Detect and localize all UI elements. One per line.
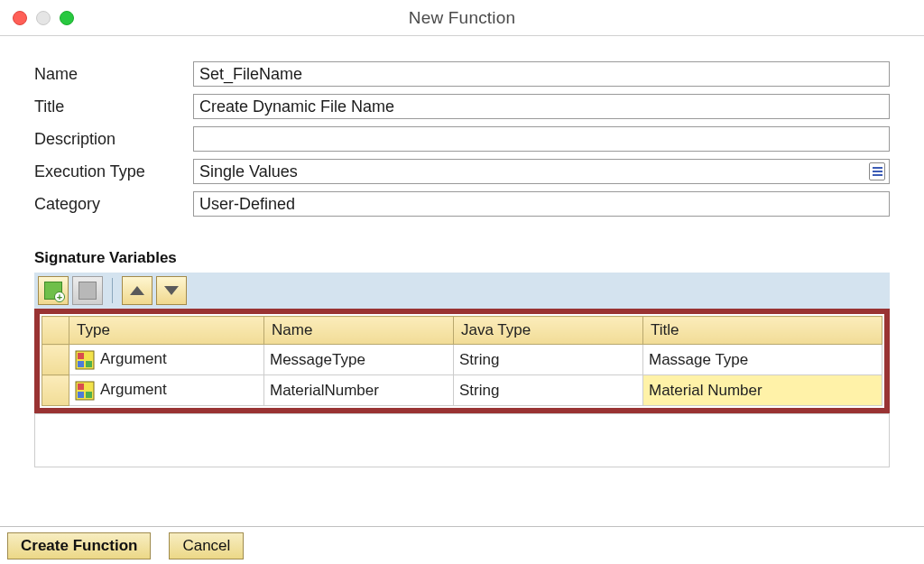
cancel-button[interactable]: Cancel xyxy=(169,532,244,559)
execution-type-field[interactable] xyxy=(194,160,889,183)
table-row[interactable]: ArgumentMessageTypeStringMassage Type xyxy=(42,345,882,375)
category-label: Category xyxy=(34,195,193,214)
form-area: Name Title Description Execution Type Ca… xyxy=(0,36,924,233)
row-handle[interactable] xyxy=(42,375,69,406)
move-up-button[interactable] xyxy=(122,276,152,305)
table-row[interactable]: ArgumentMaterialNumberStringMaterial Num… xyxy=(42,375,882,406)
row-handle[interactable] xyxy=(42,345,69,375)
title-field[interactable] xyxy=(194,95,889,118)
table-header-type[interactable]: Type xyxy=(69,317,264,345)
cell-java-type[interactable]: String xyxy=(454,345,643,375)
svg-rect-1 xyxy=(78,353,84,359)
move-down-button[interactable] xyxy=(156,276,187,305)
minimize-icon[interactable] xyxy=(36,11,51,25)
signature-variables-heading: Signature Variables xyxy=(34,249,924,267)
toolbar-divider xyxy=(112,278,113,303)
delete-row-button[interactable] xyxy=(72,276,103,305)
close-icon[interactable] xyxy=(13,11,27,25)
cell-name[interactable]: MaterialNumber xyxy=(264,375,454,406)
button-bar: Create Function Cancel xyxy=(0,526,924,564)
svg-rect-5 xyxy=(78,384,84,390)
title-label: Title xyxy=(34,97,193,116)
svg-rect-3 xyxy=(78,361,84,367)
window-title: New Function xyxy=(0,8,924,28)
titlebar: New Function xyxy=(0,0,924,36)
dropdown-list-icon[interactable] xyxy=(869,162,885,180)
cell-type[interactable]: Argument xyxy=(69,345,264,375)
signature-variables-table: Type Name Java Type Title ArgumentMessag… xyxy=(34,309,890,413)
svg-rect-2 xyxy=(86,361,92,367)
add-row-button[interactable]: + xyxy=(38,276,69,305)
name-label: Name xyxy=(34,65,193,84)
cell-name[interactable]: MessageType xyxy=(264,345,454,375)
svg-rect-7 xyxy=(78,392,84,398)
table-header-handle xyxy=(42,317,69,345)
cell-java-type[interactable]: String xyxy=(454,375,643,406)
svg-rect-6 xyxy=(86,392,92,398)
details-area xyxy=(34,413,890,467)
window-controls xyxy=(13,11,74,25)
arrow-down-icon xyxy=(164,286,179,295)
zoom-icon[interactable] xyxy=(60,11,74,25)
description-label: Description xyxy=(34,130,193,149)
description-field[interactable] xyxy=(194,127,889,151)
cell-title[interactable]: Material Number xyxy=(643,375,882,406)
argument-icon xyxy=(75,350,95,370)
table-header-name[interactable]: Name xyxy=(264,317,454,345)
category-field[interactable] xyxy=(194,192,889,216)
execution-type-label: Execution Type xyxy=(34,162,193,181)
create-function-button[interactable]: Create Function xyxy=(7,532,151,559)
arrow-up-icon xyxy=(130,286,144,295)
name-field[interactable] xyxy=(194,62,889,86)
table-header-java[interactable]: Java Type xyxy=(454,317,643,345)
cell-title[interactable]: Massage Type xyxy=(643,345,882,375)
signature-toolbar: + xyxy=(34,273,890,309)
cell-type-label: Argument xyxy=(100,350,167,367)
table-header-title[interactable]: Title xyxy=(643,317,882,345)
argument-icon xyxy=(75,381,95,401)
cell-type[interactable]: Argument xyxy=(69,375,264,406)
cell-type-label: Argument xyxy=(100,381,167,398)
